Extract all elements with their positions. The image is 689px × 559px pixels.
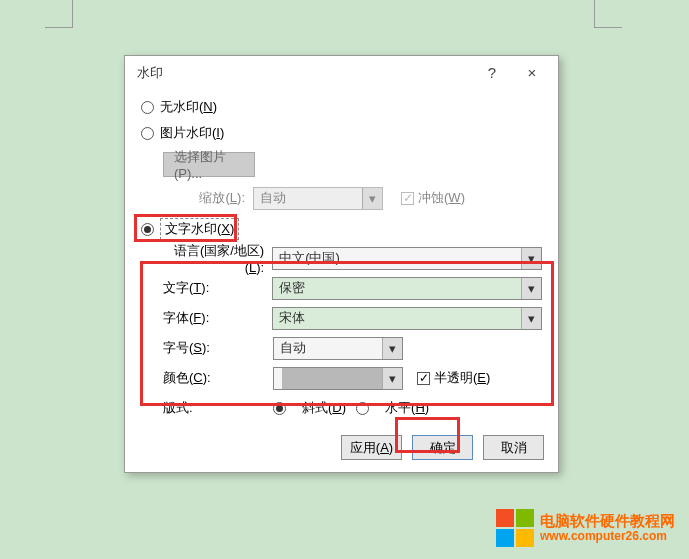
dialog-title: 水印 [137, 64, 472, 82]
close-button[interactable]: × [512, 58, 552, 88]
washout-checkbox [401, 192, 414, 205]
text-watermark-label: 文字水印(X) [160, 218, 239, 240]
chevron-down-icon[interactable]: ▾ [521, 248, 541, 269]
no-watermark-radio[interactable] [141, 101, 154, 114]
scale-label: 缩放(L): [163, 189, 253, 207]
horizontal-label: 水平(H) [385, 399, 429, 417]
select-picture-button: 选择图片(P)... [163, 152, 255, 177]
chevron-down-icon: ▾ [362, 188, 382, 209]
language-select[interactable]: 中文(中国) ▾ [272, 247, 542, 270]
apply-button[interactable]: 应用(A) [341, 435, 402, 460]
size-select[interactable]: 自动 ▾ [273, 337, 403, 360]
text-watermark-radio[interactable] [141, 223, 154, 236]
font-label: 字体(F): [163, 309, 272, 327]
cancel-button[interactable]: 取消 [483, 435, 544, 460]
site-url: www.computer26.com [540, 530, 675, 544]
chevron-down-icon[interactable]: ▾ [382, 338, 402, 359]
ok-button[interactable]: 确定 [412, 435, 473, 460]
picture-watermark-label: 图片水印(I) [160, 124, 224, 142]
dialog-body: 无水印(N) 图片水印(I) 选择图片(P)... 缩放(L): 自动 ▾ [125, 89, 558, 427]
page-corner-right [594, 0, 622, 28]
language-label: 语言(国家/地区)(L): [163, 242, 272, 275]
color-select[interactable]: ▾ [273, 367, 403, 390]
site-watermark: 电脑软件硬件教程网 www.computer26.com [496, 509, 675, 547]
picture-watermark-radio-row[interactable]: 图片水印(I) [141, 121, 542, 145]
diagonal-radio[interactable] [273, 402, 286, 415]
semitransparent-checkbox[interactable] [417, 372, 430, 385]
no-watermark-radio-row[interactable]: 无水印(N) [141, 95, 542, 119]
washout-label: 冲蚀(W) [418, 189, 465, 207]
font-select[interactable]: 宋体 ▾ [272, 307, 542, 330]
picture-section: 选择图片(P)... 缩放(L): 自动 ▾ 冲蚀(W) [163, 149, 542, 213]
help-button[interactable]: ? [472, 58, 512, 88]
chevron-down-icon[interactable]: ▾ [382, 368, 402, 389]
size-label: 字号(S): [163, 339, 273, 357]
diagonal-label: 斜式(D) [302, 399, 346, 417]
horizontal-radio[interactable] [356, 402, 369, 415]
text-select[interactable]: 保密 ▾ [272, 277, 542, 300]
no-watermark-label: 无水印(N) [160, 98, 217, 116]
color-label: 颜色(C): [163, 369, 273, 387]
page-corner-left [45, 0, 73, 28]
dialog-buttons: 应用(A) 确定 取消 [125, 427, 558, 472]
color-swatch [282, 368, 382, 389]
picture-watermark-radio[interactable] [141, 127, 154, 140]
scale-select: 自动 ▾ [253, 187, 383, 210]
chevron-down-icon[interactable]: ▾ [521, 278, 541, 299]
layout-label: 版式: [163, 399, 273, 417]
dialog-titlebar: 水印 ? × [125, 56, 558, 89]
text-watermark-radio-row[interactable]: 文字水印(X) [141, 217, 542, 241]
ms-logo-icon [496, 509, 534, 547]
semitransparent-label: 半透明(E) [434, 369, 490, 387]
watermark-dialog: 水印 ? × 无水印(N) 图片水印(I) 选择图片(P)... 缩放(L): [124, 55, 559, 473]
text-label: 文字(T): [163, 279, 272, 297]
chevron-down-icon[interactable]: ▾ [521, 308, 541, 329]
site-title: 电脑软件硬件教程网 [540, 512, 675, 529]
